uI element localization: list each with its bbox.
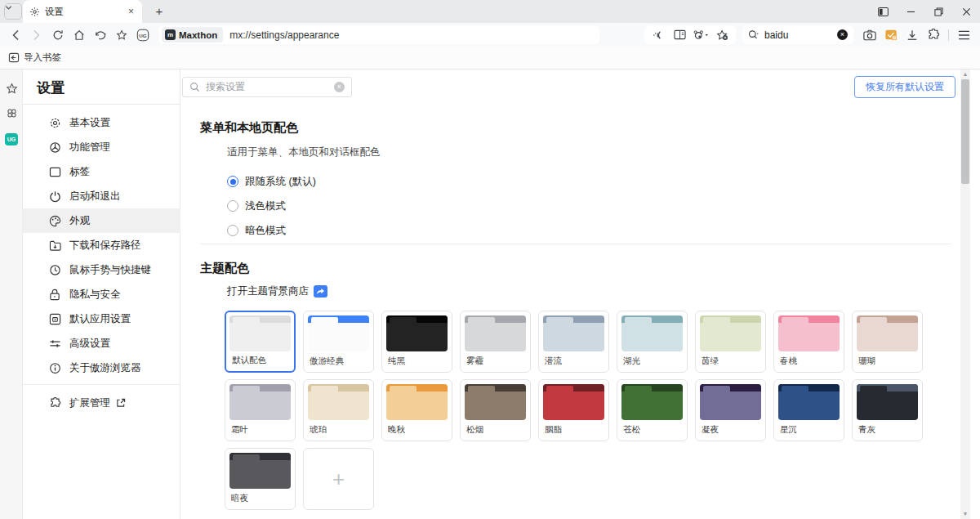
theme-card[interactable]: 青灰 <box>852 379 923 441</box>
swatch-tab <box>625 317 652 324</box>
sidebar-item-startup[interactable]: 启动和退出 <box>23 184 180 208</box>
add-theme-button[interactable]: + <box>303 448 374 510</box>
sidebar-item-downloads[interactable]: 下载和保存路径 <box>23 233 180 257</box>
sidebar-item-label: 外观 <box>69 214 90 228</box>
notes-icon[interactable] <box>881 26 901 44</box>
quick-search-box[interactable]: baidu × <box>742 25 853 44</box>
theme-card[interactable]: 潜流 <box>538 311 609 373</box>
theme-card[interactable]: 纯黑 <box>381 311 452 373</box>
sidebar-item-tabs[interactable]: 标签 <box>23 159 180 184</box>
strip-favorites-icon[interactable] <box>0 78 23 99</box>
theme-grid: 默认配色傲游经典纯黑雾霾潜流湖光茵绿春桃珊瑚霜叶琥珀晚秋松烟胭脂苍松凝夜星沉青灰… <box>225 311 943 510</box>
browser-window: 设置 × + <box>0 0 980 519</box>
theme-swatch <box>308 384 369 420</box>
new-tab-button[interactable]: + <box>150 2 168 20</box>
theme-name: 春桃 <box>780 356 797 367</box>
theme-card[interactable]: 暗夜 <box>225 448 296 510</box>
settings-search-clear-icon[interactable]: × <box>334 82 345 92</box>
radio-icon[interactable] <box>227 200 238 212</box>
theme-card[interactable]: 湖光 <box>617 311 688 373</box>
sidebar-item-gestures[interactable]: 鼠标手势与快捷键 <box>23 257 180 282</box>
scroll-up-icon[interactable]: ▲ <box>960 70 970 78</box>
strip-apps-icon[interactable] <box>0 102 23 123</box>
address-bar[interactable]: m Maxthon mx://settings/appearance <box>158 25 599 44</box>
extensions-icon[interactable] <box>924 26 943 44</box>
theme-card[interactable]: 霜叶 <box>225 379 296 441</box>
sidebar-item-privacy[interactable]: 隐私与安全 <box>23 282 180 306</box>
forward-icon[interactable] <box>27 26 47 44</box>
menu-icon[interactable] <box>954 26 973 44</box>
gear-icon <box>29 7 40 17</box>
favorites-star-icon[interactable] <box>112 26 131 44</box>
back-icon[interactable] <box>6 26 25 44</box>
home-icon[interactable] <box>69 26 89 44</box>
theme-card[interactable]: 晚秋 <box>381 379 452 441</box>
theme-name: 凝夜 <box>702 424 719 436</box>
color-mode-option-2[interactable]: 暗色模式 <box>227 218 316 243</box>
theme-card[interactable]: 茵绿 <box>695 311 766 373</box>
theme-swatch <box>229 384 291 420</box>
theme-card[interactable]: 珊瑚 <box>852 311 923 373</box>
theme-card[interactable]: 雾霾 <box>460 311 531 373</box>
sidebar-item-features[interactable]: 功能管理 <box>23 135 180 159</box>
reader-mode-icon[interactable] <box>670 26 689 44</box>
theme-swatch <box>543 384 604 420</box>
window-controls <box>869 0 980 23</box>
swatch-tab <box>311 386 338 392</box>
swatch-tab <box>311 317 338 324</box>
theme-card[interactable]: 傲游经典 <box>303 311 374 373</box>
color-mode-option-0[interactable]: 跟随系统 (默认) <box>227 169 316 194</box>
sidebar-item-basic[interactable]: 基本设置 <box>23 110 180 135</box>
settings-search-input[interactable]: 搜索设置 × <box>182 77 352 97</box>
theme-card[interactable]: 胭脂 <box>538 379 609 441</box>
tab-settings[interactable]: 设置 × <box>23 0 142 23</box>
radio-icon[interactable] <box>227 225 238 236</box>
side-strip: UG <box>0 69 23 519</box>
sidebar-item-extensions[interactable]: 扩展管理 <box>23 391 180 415</box>
strip-ug-badge[interactable]: UG <box>0 128 23 150</box>
minimize-icon[interactable] <box>897 0 924 23</box>
theme-card[interactable]: 默认配色 <box>225 311 296 373</box>
theme-card[interactable]: 松烟 <box>460 379 531 441</box>
search-value[interactable]: baidu <box>764 29 837 41</box>
theme-name: 纯黑 <box>388 356 405 367</box>
scroll-thumb[interactable] <box>961 79 969 184</box>
sidebar-item-appearance[interactable]: 外观 <box>23 208 180 233</box>
theme-card[interactable]: 苍松 <box>617 379 688 441</box>
search-clear-icon[interactable]: × <box>837 29 848 40</box>
tab-close-icon[interactable]: × <box>127 6 136 17</box>
theme-card[interactable]: 琥珀 <box>303 379 374 441</box>
tab-list-dropdown-button[interactable] <box>4 3 22 20</box>
sidebar-item-about[interactable]: 关于傲游浏览器 <box>23 356 180 380</box>
theme-swatch <box>621 384 683 420</box>
snap-tool-icon[interactable] <box>691 26 710 44</box>
theme-card[interactable]: 星沉 <box>773 379 844 441</box>
screenshot-icon[interactable] <box>860 26 880 44</box>
downloads-icon[interactable] <box>902 26 922 44</box>
open-store-icon[interactable] <box>314 285 327 298</box>
restore-icon[interactable] <box>924 0 952 23</box>
url-text[interactable]: mx://settings/appearance <box>229 29 339 41</box>
layout-panel-icon[interactable] <box>869 0 897 23</box>
sidebar-item-default-apps[interactable]: 默认应用设置 <box>23 306 180 331</box>
sidebar-item-advanced[interactable]: 高级设置 <box>23 331 180 356</box>
import-bookmarks-button[interactable]: 导入书签 <box>24 51 61 64</box>
scrollbar[interactable]: ▲ ▼ <box>960 69 970 519</box>
restore-defaults-button[interactable]: 恢复所有默认设置 <box>854 76 956 98</box>
close-icon[interactable] <box>952 0 980 23</box>
toolbar: UG m Maxthon mx://settings/appearance <box>0 23 980 47</box>
theme-store-link[interactable]: 打开主题背景商店 <box>227 284 309 298</box>
color-mode-option-1[interactable]: 浅色模式 <box>227 194 316 218</box>
main-area: UG 设置 基本设置功能管理标签启动和退出外观下载和保存路径鼠标手势与快捷键隐私… <box>0 69 980 519</box>
ug-mode-icon[interactable]: UG <box>133 26 153 44</box>
reload-icon[interactable] <box>48 26 68 44</box>
read-aloud-icon[interactable] <box>648 26 668 44</box>
undo-icon[interactable] <box>91 26 110 44</box>
scroll-down-icon[interactable]: ▼ <box>960 510 970 518</box>
radio-icon[interactable] <box>227 176 238 187</box>
theme-colors-title: 主题配色 <box>200 261 249 276</box>
site-chip[interactable]: m Maxthon <box>162 27 223 43</box>
theme-card[interactable]: 凝夜 <box>695 379 766 441</box>
theme-card[interactable]: 春桃 <box>773 311 844 373</box>
add-favorite-icon[interactable] <box>712 26 732 44</box>
